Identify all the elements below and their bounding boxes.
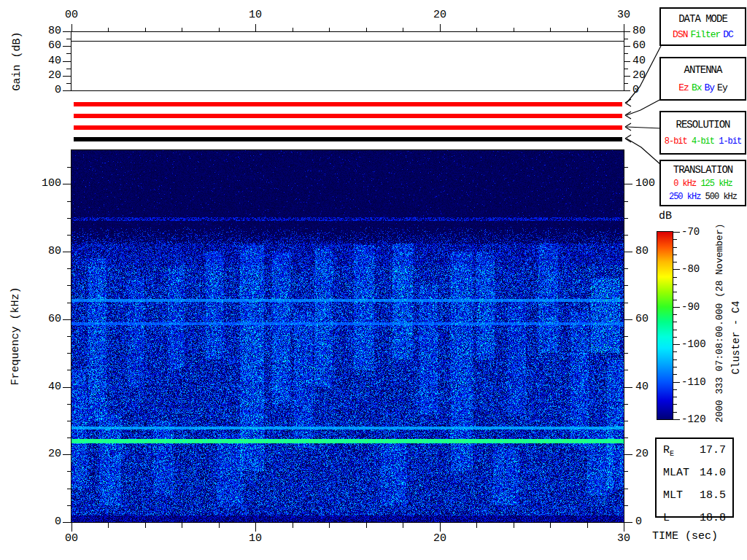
colorbar-tick-label: -90 [681,301,700,313]
freq-ytick-minor [67,218,71,219]
freq-ytick-major [63,387,71,388]
colorbar-tick-minor [673,359,677,360]
time-xtick-minor [403,523,403,528]
translation-box: TRANSLATION 0 kHz 125 kHz 250 kHz 500 kH… [659,160,746,206]
freq-ytick-label: 0 [35,516,61,528]
freq-ytick-major [624,252,632,252]
freq-ytick-minor [624,268,628,269]
colorbar-tick-minor [673,277,677,278]
option-dsn: DSN [673,29,687,40]
antenna-title: ANTENNA [684,64,722,76]
time-xtick-label: 30 [609,533,638,545]
option-1bit: 1-bit [719,136,741,147]
freq-ytick-label: 100 [635,178,655,190]
colorbar-tick-label: -120 [681,413,706,425]
colorbar-tick-minor [673,404,677,405]
ephemeris-row-mlt: MLT 18.5 [663,486,726,509]
freq-ytick-label: 40 [635,381,649,393]
time-xtick-minor [219,523,220,528]
colorbar-tick-minor [673,314,677,315]
colorbar-unit-label: dB [655,211,676,222]
colorbar-tick-minor [673,300,677,300]
colorbar-tick-minor [673,254,677,255]
freq-ytick-minor [67,404,71,405]
freq-ytick-major [63,184,71,184]
freq-ytick-minor [624,235,628,236]
freq-ytick-minor [624,336,628,337]
freq-ytick-major [63,319,71,320]
resolution-title: RESOLUTION [676,119,729,131]
colorbar-tick-label: -110 [681,376,706,388]
colorbar-tick-minor [673,412,677,413]
freq-ytick-major [63,252,71,252]
time-xtick-label: 10 [241,533,270,545]
option-by: By [705,82,715,93]
freq-ytick-major [63,522,71,523]
resolution-options: 8-bit 4-bit 1-bit [665,136,741,147]
translation-title: TRANSLATION [673,164,732,176]
freq-ytick-label: 60 [35,314,61,325]
time-xtick-minor [329,523,330,528]
colorbar-tick-minor [673,239,677,240]
freq-ytick-minor [67,303,71,303]
ephemeris-label: RE [663,441,674,464]
colorbar-tick-minor [673,337,677,338]
colorbar-tick-major [673,232,680,233]
freq-ytick-minor [67,336,71,337]
time-xtick-major [440,523,441,532]
time-xtick-label: 00 [57,533,86,545]
time-xtick-major [71,523,72,532]
time-xtick-minor [366,523,367,528]
spectrogram-canvas [71,150,624,522]
option-250khz: 250 kHz [669,192,700,202]
freq-ytick-minor [67,167,71,168]
time-axis-label: TIME (sec) [652,531,718,542]
time-xtick-major [624,523,624,532]
time-xtick-minor [182,523,182,528]
freq-ytick-minor [67,438,71,438]
translation-options-line1: 0 kHz 125 kHz [673,179,732,189]
data-mode-box: DATA MODE DSNFilterDC [659,7,746,46]
freq-ytick-minor [624,471,628,472]
option-4bit: 4-bit [692,136,714,147]
freq-ytick-minor [67,285,71,286]
option-ey: Ey [717,82,727,93]
freq-ytick-label: 100 [35,178,61,190]
colorbar-tick-label: -100 [681,338,706,350]
colorbar-tick-major [673,419,680,420]
option-ez: Ez [678,82,689,93]
colorbar-tick-major [673,269,680,270]
freq-ytick-minor [67,421,71,421]
freq-ytick-label: 0 [635,516,642,528]
option-filter: Filter [690,29,720,40]
freq-ytick-major [63,454,71,455]
freq-ytick-major [624,522,632,523]
ephemeris-label: MLT [663,486,683,509]
time-xtick-major [255,523,256,532]
option-8bit: 8-bit [665,136,687,147]
option-0khz: 0 kHz [673,179,696,189]
ephemeris-value: 18.5 [700,486,726,509]
freq-ytick-minor [624,438,628,438]
freq-ytick-minor [624,285,628,286]
time-xtick-minor [476,523,477,528]
freq-ytick-major [624,184,632,184]
freq-ytick-label: 20 [35,448,61,460]
freq-ytick-minor [67,505,71,506]
freq-ytick-minor [67,201,71,202]
option-125khz: 125 kHz [700,179,732,189]
time-xtick-minor [108,523,109,528]
freq-ytick-minor [624,353,628,354]
ephemeris-row-mlat: MLAT 14.0 [663,464,726,486]
option-bx: Bx [692,82,702,93]
colorbar-tick-label: -70 [681,226,700,238]
ephemeris-box: RE 17.7 MLAT 14.0 MLT 18.5 L 18.8 [655,438,734,518]
colorbar-tick-major [673,307,680,308]
colorbar-tick-minor [673,322,677,322]
colorbar-tick-minor [673,330,677,330]
freq-ytick-label: 80 [35,246,61,257]
freq-ytick-minor [624,505,628,506]
colorbar-tick-major [673,382,680,383]
ephemeris-row-l: L 18.8 [663,509,726,532]
spacecraft-label: Cluster - C4 [730,279,742,396]
